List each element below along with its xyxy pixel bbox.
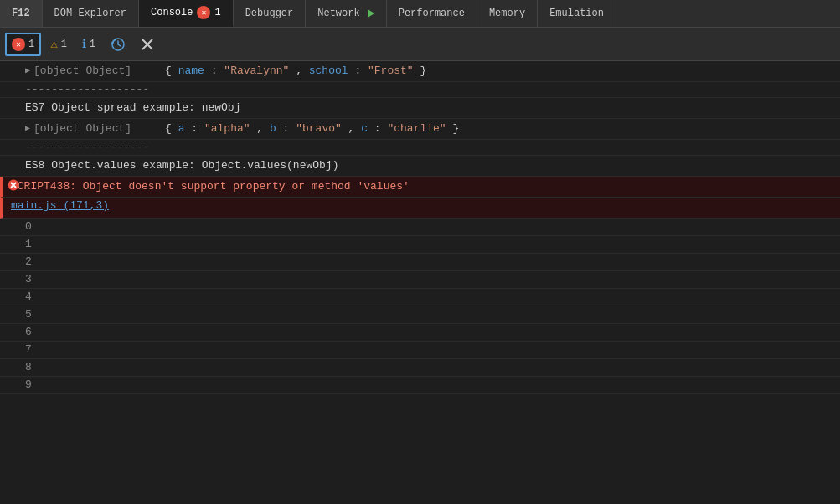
obj-preview-2: { a : "alpha" , b : "bravo" , c : "charl… — [165, 121, 459, 137]
console-number-9: 9 — [0, 377, 840, 394]
console-line-es8: ES8 Object.values example: Object.values… — [0, 156, 840, 177]
error-icon: ✕ — [12, 38, 25, 51]
tab-console[interactable]: Console ✕ 1 — [139, 0, 234, 27]
es8-text: ES8 Object.values example: Object.values… — [25, 157, 338, 174]
tab-debugger[interactable]: Debugger — [234, 0, 307, 27]
error-filter-button[interactable]: ✕ 1 — [5, 33, 41, 56]
console-number-4: 4 — [0, 289, 840, 306]
expand-arrow-2[interactable]: ▶ — [25, 121, 30, 137]
info-filter-button[interactable]: ℹ 1 — [76, 33, 101, 56]
console-number-6: 6 — [0, 324, 840, 342]
history-button[interactable] — [105, 33, 131, 56]
tab-network-label: Network — [317, 8, 359, 19]
divider-1: ------------------- — [0, 82, 840, 98]
tab-dom-explorer[interactable]: DOM Explorer — [43, 0, 139, 27]
tab-network[interactable]: Network — [306, 0, 386, 27]
clear-icon — [141, 38, 154, 51]
info-count: 1 — [90, 39, 95, 50]
obj-label-1: [object Object] — [33, 63, 131, 80]
console-badge-count: 1 — [214, 7, 220, 18]
tab-memory-label: Memory — [489, 8, 525, 19]
divider-1-text: ------------------- — [25, 83, 149, 95]
tab-emulation[interactable]: Emulation — [538, 0, 616, 27]
tab-f12[interactable]: F12 — [0, 0, 43, 27]
divider-2: ------------------- — [0, 140, 840, 156]
console-line-es7: ES7 Object spread example: newObj — [0, 98, 840, 119]
info-icon: ℹ — [82, 37, 86, 51]
history-icon — [111, 37, 126, 52]
obj-preview-1: { name : "Ravalynn" , school : "Frost" } — [165, 63, 426, 80]
console-error-line: SCRIPT438: Object doesn't support proper… — [0, 177, 840, 198]
error-circle-icon — [8, 179, 19, 197]
warn-filter-button[interactable]: ⚠ 1 — [44, 33, 73, 56]
tab-debugger-label: Debugger — [245, 8, 294, 19]
error-count: 1 — [28, 39, 34, 50]
console-number-8: 8 — [0, 359, 840, 377]
console-number-5: 5 — [0, 306, 840, 324]
console-line-object2: ▶ [object Object] { a : "alpha" , b : "b… — [0, 119, 840, 140]
tab-performance[interactable]: Performance — [387, 0, 477, 27]
console-number-0: 0 — [0, 219, 840, 236]
divider-2-text: ------------------- — [25, 141, 149, 153]
console-number-7: 7 — [0, 342, 840, 359]
console-number-2: 2 — [0, 254, 840, 271]
tab-console-label: Console — [151, 7, 193, 18]
tab-bar: F12 DOM Explorer Console ✕ 1 Debugger Ne… — [0, 0, 840, 28]
clear-button[interactable] — [135, 33, 160, 56]
console-number-3: 3 — [0, 271, 840, 289]
error-file-link[interactable]: main.js (171,3) — [11, 198, 109, 214]
console-error-link-line: main.js (171,3) — [0, 198, 840, 219]
console-number-1: 1 — [0, 236, 840, 254]
es7-text: ES7 Object spread example: newObj — [25, 100, 240, 116]
console-line-object1: ▶ [object Object] { name : "Ravalynn" , … — [0, 61, 840, 82]
toolbar: ✕ 1 ⚠ 1 ℹ 1 — [0, 28, 840, 61]
obj-label-2: [object Object] — [33, 121, 131, 137]
tab-f12-label: F12 — [12, 8, 30, 19]
tab-performance-label: Performance — [399, 8, 465, 19]
console-error-badge: ✕ — [197, 6, 210, 19]
network-play-icon — [368, 9, 374, 18]
error-message: SCRIPT438: Object doesn't support proper… — [11, 178, 410, 195]
tab-emulation-label: Emulation — [549, 8, 604, 19]
warn-icon: ⚠ — [50, 37, 57, 51]
tab-dom-explorer-label: DOM Explorer — [54, 8, 126, 19]
expand-arrow-1[interactable]: ▶ — [25, 63, 30, 80]
console-output[interactable]: ▶ [object Object] { name : "Ravalynn" , … — [0, 61, 840, 504]
warn-count: 1 — [61, 39, 67, 50]
tab-memory[interactable]: Memory — [477, 0, 538, 27]
